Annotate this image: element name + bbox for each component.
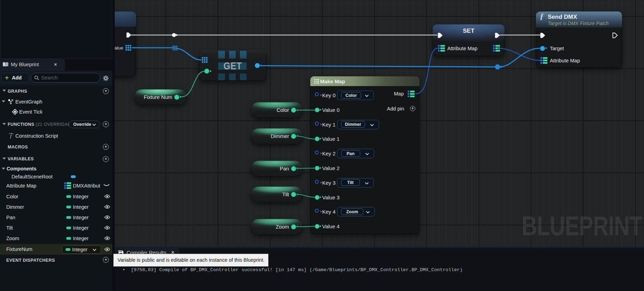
svg-text:f: f <box>10 134 12 139</box>
